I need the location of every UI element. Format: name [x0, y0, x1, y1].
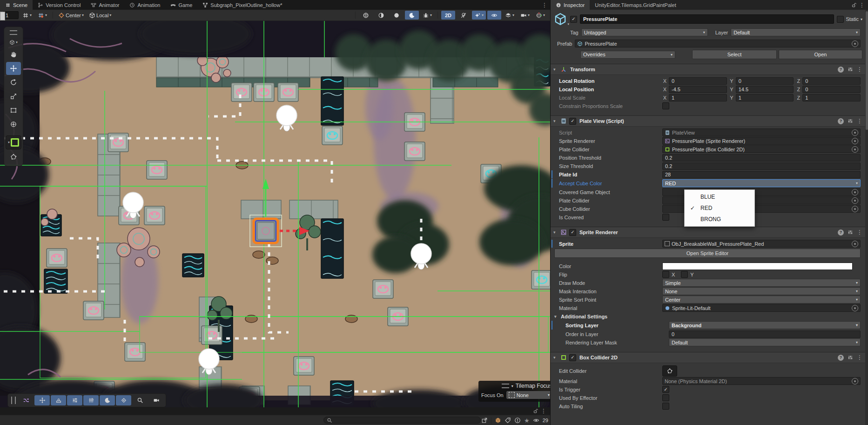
- size-threshold-field[interactable]: 0.2: [662, 162, 861, 170]
- box-collider-enabled-checkbox[interactable]: ✓: [569, 354, 576, 361]
- tilemap-gridbrush-button[interactable]: [83, 395, 99, 405]
- rotation-y-field[interactable]: 0: [736, 77, 794, 85]
- position-z-field[interactable]: 0: [802, 86, 861, 93]
- orientation-button[interactable]: Local▾: [87, 11, 113, 20]
- component-menu-icon[interactable]: ⋮: [857, 66, 862, 73]
- accept-cube-color-dropdown[interactable]: RED▾: [662, 179, 861, 187]
- grid-snap-button[interactable]: ▾: [35, 11, 49, 20]
- tilemap-moon-button[interactable]: [100, 395, 115, 405]
- gameobject-name-field[interactable]: PressurePlate: [580, 14, 834, 24]
- tilemap-search-button[interactable]: [132, 395, 148, 405]
- additional-settings-foldout[interactable]: ▾ Additional Settings: [551, 312, 865, 320]
- preset-icon[interactable]: [848, 355, 853, 360]
- flip-y-checkbox[interactable]: [681, 271, 688, 278]
- transform-header[interactable]: ▾ Transform ? ⋮: [551, 64, 865, 75]
- component-menu-icon[interactable]: ⋮: [857, 354, 862, 361]
- shaded-wireframe-button[interactable]: [359, 11, 373, 20]
- layer-dropdown[interactable]: Default▾: [731, 28, 861, 36]
- pivot-mode-button[interactable]: Center▾: [56, 11, 86, 20]
- tag-icon[interactable]: [505, 417, 511, 424]
- tag-dropdown[interactable]: Untagged▾: [581, 28, 708, 36]
- unlock-icon[interactable]: [532, 408, 538, 414]
- sprite-object-field[interactable]: ObJ_BreakableWall_PressurePlate_Red: [662, 240, 861, 248]
- tab-animator[interactable]: Animator: [86, 0, 124, 10]
- used-by-effector-checkbox[interactable]: [662, 394, 669, 401]
- edit-collider-tool[interactable]: [6, 150, 21, 163]
- rotation-z-field[interactable]: 0: [802, 77, 861, 85]
- package-icon[interactable]: [495, 417, 501, 424]
- focus-collapse-icon[interactable]: ▾: [511, 384, 513, 388]
- preset-icon[interactable]: [848, 118, 853, 124]
- hand-tool[interactable]: [6, 48, 21, 61]
- tilemap-random-button[interactable]: [18, 395, 34, 405]
- tool-context-button[interactable]: ▾: [6, 38, 21, 47]
- sprite-renderer-header[interactable]: ▾ ✓ Sprite Renderer ? ⋮: [551, 227, 865, 238]
- object-picker-icon[interactable]: [852, 146, 858, 153]
- draw-mode-dropdown[interactable]: Simple▾: [662, 279, 861, 287]
- tilemap-settings-button[interactable]: [67, 395, 82, 405]
- scale-x-field[interactable]: 1: [669, 94, 727, 101]
- component-menu-icon[interactable]: ⋮: [857, 118, 862, 124]
- component-menu-icon[interactable]: ⋮: [857, 229, 862, 236]
- scene-panel-menu-icon[interactable]: ⋮: [539, 0, 550, 10]
- tilemap-toolbar-handle[interactable]: [11, 397, 16, 404]
- overrides-dropdown[interactable]: Overrides▾: [580, 51, 675, 59]
- tab-gridpaintpalette[interactable]: UnityEditor.Tilemaps.GridPaintPalet: [590, 0, 681, 10]
- static-dropdown-icon[interactable]: ▾: [861, 17, 862, 21]
- layers-button[interactable]: ▾: [503, 11, 517, 20]
- tilemap-layer-button[interactable]: [116, 395, 131, 405]
- inspector-menu-icon[interactable]: ⋮: [858, 2, 866, 8]
- grid-visibility-button[interactable]: ▾: [20, 11, 34, 20]
- alert-icon[interactable]: [514, 417, 521, 424]
- grid-size-input[interactable]: 1: [3, 11, 19, 19]
- material-object-field[interactable]: Sprite-Lit-Default: [662, 304, 861, 312]
- scene-lighting-button[interactable]: [457, 11, 471, 20]
- sprite-renderer-enabled-checkbox[interactable]: ✓: [569, 229, 576, 236]
- object-picker-icon[interactable]: [852, 40, 858, 47]
- scene-lighting-moon-button[interactable]: [405, 11, 419, 20]
- object-picker-icon[interactable]: [852, 189, 858, 196]
- component-tool-boxcollider[interactable]: ▾: [6, 135, 21, 149]
- position-y-field[interactable]: 14.5: [736, 86, 794, 93]
- scale-z-field[interactable]: 1: [802, 94, 861, 101]
- open-sprite-editor-button[interactable]: Open Sprite Editor: [554, 249, 861, 258]
- sprite-sort-point-dropdown[interactable]: Center▾: [662, 296, 861, 304]
- scene-viewport[interactable]: [0, 21, 550, 407]
- plate-collider-object-field[interactable]: PressurePlate (Box Collider 2D): [662, 145, 861, 153]
- search-input[interactable]: [323, 417, 481, 424]
- position-threshold-field[interactable]: 0.2: [662, 154, 861, 162]
- eyedropper-icon[interactable]: [855, 263, 861, 269]
- open-window-icon[interactable]: [481, 417, 488, 424]
- sprite-renderer-object-field[interactable]: PressurePlate (Sprite Renderer): [662, 137, 861, 145]
- help-icon[interactable]: ?: [838, 355, 844, 361]
- overlay-drag-handle[interactable]: [10, 30, 17, 35]
- object-picker-icon[interactable]: [852, 305, 858, 311]
- scale-tool[interactable]: [6, 90, 21, 103]
- gameobject-icon[interactable]: ▾: [553, 12, 567, 26]
- tab-version-control[interactable]: Version Control: [33, 0, 86, 10]
- position-x-field[interactable]: -4.5: [669, 86, 727, 93]
- camera-settings-button[interactable]: ▾: [518, 11, 532, 20]
- physics-material-field[interactable]: None (Physics Material 2D): [662, 377, 861, 385]
- prefab-object-field[interactable]: PressurePlate: [575, 40, 861, 47]
- tab-animation[interactable]: Animation: [124, 0, 165, 10]
- object-picker-icon[interactable]: [852, 197, 858, 204]
- rect-tool[interactable]: [6, 104, 21, 117]
- effects-button[interactable]: ▾: [472, 11, 486, 20]
- unlock-icon[interactable]: [851, 2, 856, 8]
- hidden-count-eye-icon[interactable]: [533, 417, 539, 424]
- transform-tool[interactable]: [6, 118, 21, 131]
- rotation-x-field[interactable]: 0: [669, 77, 727, 85]
- move-tool[interactable]: [6, 62, 21, 75]
- static-checkbox[interactable]: [837, 16, 844, 23]
- object-picker-icon[interactable]: [852, 129, 858, 136]
- plate-view-enabled-checkbox[interactable]: ✓: [569, 118, 576, 125]
- help-icon[interactable]: ?: [838, 229, 844, 236]
- scene-visibility-button[interactable]: [487, 11, 501, 20]
- open-button[interactable]: Open: [779, 50, 862, 59]
- bottom-dock-menu-icon[interactable]: ⋮: [541, 408, 546, 414]
- box-collider-header[interactable]: ▾ ✓ Box Collider 2D ? ⋮: [551, 352, 865, 363]
- help-icon[interactable]: ?: [838, 118, 844, 124]
- popup-item-red[interactable]: ✓RED: [685, 202, 754, 214]
- gizmos-button[interactable]: ▾: [533, 11, 547, 20]
